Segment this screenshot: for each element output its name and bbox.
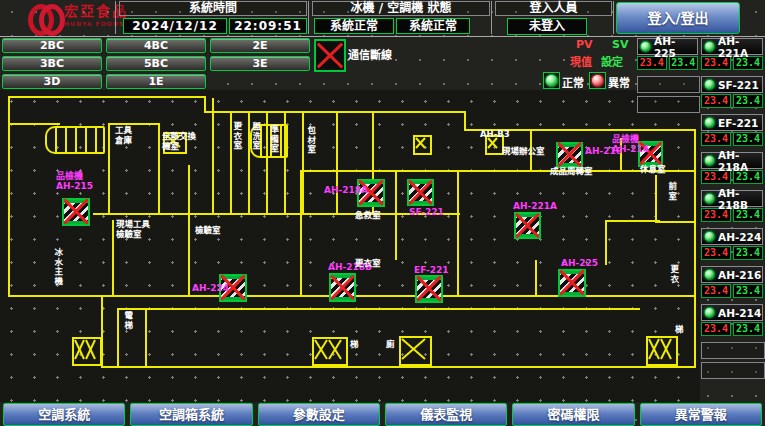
unit-panel-ah-218a[interactable]: AH-218A bbox=[701, 152, 763, 169]
unit-block-ah-218b: AH-218B23.423.4 bbox=[701, 190, 763, 222]
unit-panel-ah-224[interactable]: AH-224 bbox=[701, 228, 763, 245]
wall bbox=[605, 220, 660, 222]
room-label: 電梯 bbox=[122, 311, 132, 330]
unit-sv-value: 23.4 bbox=[733, 94, 763, 108]
device-label-ah-225: AH-225 bbox=[561, 259, 598, 269]
wall bbox=[300, 170, 696, 172]
nav-button-parameter-settings[interactable]: 參數設定 bbox=[258, 403, 380, 426]
floor-button-4bc[interactable]: 4BC bbox=[106, 38, 206, 53]
floor-button-2bc[interactable]: 2BC bbox=[2, 38, 102, 53]
device-sf-221[interactable] bbox=[407, 179, 434, 206]
wall bbox=[108, 123, 110, 213]
floor-button-1e[interactable]: 1E bbox=[106, 74, 206, 89]
floor-button-5bc[interactable]: 5BC bbox=[106, 56, 206, 71]
wall bbox=[93, 213, 460, 215]
wall bbox=[302, 111, 304, 213]
room-label: 冰水主機 bbox=[52, 248, 62, 286]
unit-status-led bbox=[704, 79, 715, 90]
room-label: 更衣 bbox=[668, 265, 678, 284]
room-label: 成品周轉室 bbox=[550, 167, 593, 177]
unit-panel-ah-216[interactable]: AH-216 bbox=[701, 266, 763, 283]
unit-pv-value: 23.4 bbox=[701, 94, 731, 108]
unit-sv-value: 23.4 bbox=[733, 246, 763, 260]
stairs-icon bbox=[45, 126, 105, 154]
device-ah-215[interactable] bbox=[62, 198, 90, 226]
empty-unit-slot bbox=[701, 342, 765, 359]
unit-block-ah-218a: AH-218A23.423.4 bbox=[701, 152, 763, 184]
shaft-x-icon bbox=[646, 336, 678, 366]
comm-loss-icon bbox=[314, 39, 346, 72]
device-label-sf-221: SF-221 bbox=[409, 208, 444, 218]
unit-block-ah-225: AH-22523.423.4 bbox=[637, 38, 698, 70]
room-label: 工具 倉庫 bbox=[115, 126, 132, 146]
device-label-ef-221: EF-221 bbox=[414, 266, 449, 276]
wall bbox=[8, 96, 206, 98]
unit-values: 23.423.4 bbox=[701, 132, 763, 146]
room-label: 盥洗室 bbox=[250, 122, 260, 151]
unit-panel-ah-221a[interactable]: AH-221A bbox=[701, 38, 763, 55]
floor-button-2e[interactable]: 2E bbox=[210, 38, 310, 53]
room-label: 全熱交換 機室 bbox=[162, 132, 196, 152]
unit-block-sf-221: SF-22123.423.4 bbox=[701, 76, 763, 108]
sv-name-label: 設定 bbox=[601, 53, 623, 69]
wall bbox=[8, 123, 60, 125]
logo-subname: HUNYA FOODS bbox=[64, 21, 128, 27]
unit-block-ah-216: AH-21623.423.4 bbox=[701, 266, 763, 298]
unit-pv-value: 23.4 bbox=[701, 284, 731, 298]
device-label-ah-218a: AH-218A bbox=[324, 186, 368, 196]
device-ah-221a[interactable] bbox=[514, 212, 541, 239]
nav-button-abnormal-alarm[interactable]: 異常警報 bbox=[640, 403, 762, 426]
unit-block-ah-221a: AH-221A23.423.4 bbox=[701, 38, 763, 70]
room-label: 檢驗室 bbox=[195, 226, 221, 236]
unit-panel-ah-218b[interactable]: AH-218B bbox=[701, 190, 763, 207]
device-ah-218b[interactable] bbox=[329, 273, 356, 302]
floor-button-grid: 2BC4BC2E3BC5BC3E3D1E bbox=[2, 38, 312, 89]
normal-led bbox=[543, 72, 560, 89]
device-ah-216[interactable] bbox=[556, 142, 583, 168]
ac-status-value: 系統正常 bbox=[396, 18, 470, 34]
comm-loss-label: 通信斷線 bbox=[348, 46, 392, 62]
empty-unit-slot bbox=[701, 362, 765, 379]
unit-sv-value: 23.4 bbox=[733, 132, 763, 146]
unit-name-label: AH-218A bbox=[718, 149, 762, 173]
unit-panel-ah-225[interactable]: AH-225 bbox=[637, 38, 698, 55]
floor-plan-map: 品檢機 AH-215AH-224AH-218BEF-221AH-218ASF-2… bbox=[0, 90, 700, 402]
floor-button-3e[interactable]: 3E bbox=[210, 56, 310, 71]
device-ef-221[interactable] bbox=[415, 275, 443, 303]
room-label: 更衣室 bbox=[231, 122, 241, 151]
floor-button-3bc[interactable]: 3BC bbox=[2, 56, 102, 71]
normal-label: 正常 bbox=[562, 74, 584, 90]
unit-pv-value: 23.4 bbox=[701, 132, 731, 146]
machine-status-label: 冰機 / 空調機 狀態 bbox=[312, 1, 490, 16]
nav-button-meter-monitor[interactable]: 儀表監視 bbox=[385, 403, 507, 426]
system-date-value: 2024/12/12 bbox=[123, 18, 227, 34]
abnormal-label: 異常 bbox=[608, 74, 630, 90]
login-logout-button[interactable]: 登入/登出 bbox=[616, 2, 740, 34]
nav-button-ac-system[interactable]: 空調系統 bbox=[3, 403, 125, 426]
wall bbox=[212, 98, 214, 213]
wall bbox=[655, 221, 695, 223]
system-time-value: 22:09:51 bbox=[229, 18, 307, 34]
nav-button-password-auth[interactable]: 密碼權限 bbox=[512, 403, 634, 426]
wall bbox=[464, 111, 466, 131]
shaft-x-icon bbox=[72, 337, 102, 366]
wall bbox=[457, 172, 459, 295]
wall bbox=[117, 308, 640, 310]
pv-name-label: 現值 bbox=[570, 53, 592, 69]
unit-panel-ef-221[interactable]: EF-221 bbox=[701, 114, 763, 131]
room-label: AH-B3 bbox=[480, 130, 510, 140]
unit-panel-ah-214[interactable]: AH-214 bbox=[701, 304, 763, 321]
room-label: 急救室 bbox=[355, 211, 381, 221]
unit-values: 23.423.4 bbox=[701, 246, 763, 260]
device-ah-225[interactable] bbox=[558, 269, 586, 297]
room-label: 廁 bbox=[386, 340, 395, 350]
unit-block-ah-214: AH-21423.423.4 bbox=[701, 304, 763, 336]
unit-panel-sf-221[interactable]: SF-221 bbox=[701, 76, 763, 93]
shaft-x-icon bbox=[399, 336, 432, 366]
floor-button-3d[interactable]: 3D bbox=[2, 74, 102, 89]
wall bbox=[101, 366, 696, 368]
unit-name-label: SF-221 bbox=[718, 79, 759, 91]
nav-button-ahu-system[interactable]: 空調箱系統 bbox=[130, 403, 252, 426]
wall bbox=[112, 220, 114, 295]
room-label: 前室 bbox=[666, 182, 676, 201]
